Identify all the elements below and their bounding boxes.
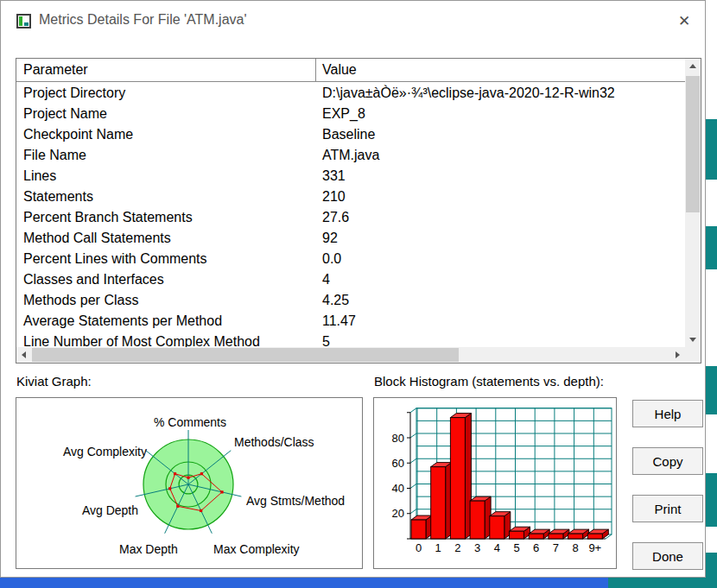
kiviat-graph-panel: % CommentsMethods/ClassAvg Stmts/MethodM… (16, 397, 363, 569)
table-row[interactable]: Percent Lines with Comments0.0 (16, 249, 685, 269)
kiviat-axis-label: Max Complexity (213, 542, 300, 556)
cell-parameter: Method Call Statements (16, 228, 316, 249)
cell-parameter: Methods per Class (16, 290, 316, 311)
x-tick-label: 1 (435, 541, 441, 554)
histogram-y-labels: 20406080 (392, 432, 404, 521)
table-row[interactable]: Project NameEXP_8 (16, 104, 685, 124)
table-row[interactable]: File NameATM.java (16, 145, 685, 166)
cell-value: ATM.java (316, 145, 685, 166)
screen: Metrics Details For File 'ATM.java' ✕ Pa… (0, 0, 717, 588)
table-body: Project DirectoryD:\java±àÒë»·¾³\eclipse… (16, 83, 685, 347)
y-tick-label: 60 (392, 457, 404, 470)
close-button[interactable]: ✕ (670, 8, 698, 35)
cell-value: 0.0 (316, 249, 685, 269)
vertical-scroll-thumb[interactable] (686, 76, 700, 212)
bar-depth-5 (510, 527, 530, 539)
cell-value: 4 (316, 269, 685, 290)
kiviat-axis-label: Methods/Class (234, 435, 314, 449)
vertical-scrollbar[interactable] (685, 59, 701, 347)
column-header-value[interactable]: Value (316, 59, 685, 81)
table-row[interactable]: Statements210 (16, 187, 685, 207)
table-row[interactable]: Project DirectoryD:\java±àÒë»·¾³\eclipse… (16, 83, 685, 104)
scroll-up-button[interactable] (685, 59, 701, 73)
desktop-background (705, 366, 717, 414)
desktop-background (608, 578, 717, 588)
horizontal-scrollbar[interactable] (16, 347, 685, 363)
bar-depth-4 (490, 512, 511, 539)
desktop-background (705, 119, 717, 180)
table-row[interactable]: Methods per Class4.25 (16, 290, 685, 311)
column-header-parameter[interactable]: Parameter (16, 59, 316, 81)
x-tick-label: 2 (454, 541, 460, 554)
histogram-panel: 204060800123456789+ (373, 397, 617, 569)
app-icon-bar (19, 16, 22, 26)
print-button[interactable]: Print (632, 495, 703, 522)
y-tick-label: 80 (392, 432, 404, 445)
x-tick-label: 0 (416, 541, 422, 554)
cell-value: 331 (316, 166, 685, 187)
horizontal-scroll-thumb[interactable] (32, 348, 459, 362)
histogram-x-labels: 0123456789+ (416, 541, 601, 554)
scroll-left-icon (22, 351, 26, 358)
histogram-label: Block Histogram (statements vs. depth): (374, 374, 604, 389)
done-button[interactable]: Done (632, 542, 703, 570)
cell-value: Baseline (316, 124, 685, 145)
table-row[interactable]: Average Statements per Method11.47 (16, 311, 685, 332)
desktop-background (705, 226, 717, 269)
help-button[interactable]: Help (632, 400, 703, 427)
block-histogram: 204060800123456789+ (374, 398, 616, 568)
scroll-down-button[interactable] (685, 332, 701, 347)
cell-value: 92 (316, 228, 685, 249)
histogram-bars (411, 414, 608, 539)
cell-parameter: Classes and Interfaces (16, 269, 316, 290)
x-tick-label: 8 (572, 541, 578, 554)
x-tick-label: 5 (513, 541, 519, 554)
bar-depth-1 (431, 463, 452, 539)
cell-value: 210 (316, 187, 685, 207)
copy-button[interactable]: Copy (632, 447, 703, 475)
bar-depth-2 (450, 414, 471, 539)
cell-value: EXP_8 (316, 104, 685, 124)
table-row[interactable]: Lines331 (16, 166, 685, 187)
metrics-details-dialog: Metrics Details For File 'ATM.java' ✕ Pa… (0, 0, 706, 578)
cell-parameter: Line Number of Most Complex Method (16, 332, 316, 347)
table-header: Parameter Value (16, 59, 685, 82)
x-tick-label: 6 (533, 541, 539, 554)
scroll-right-icon (676, 351, 680, 358)
scroll-down-icon (689, 338, 696, 342)
x-tick-label: 3 (474, 541, 480, 554)
x-tick-label: 4 (494, 541, 500, 554)
dialog-title: Metrics Details For File 'ATM.java' (39, 12, 247, 28)
table-row[interactable]: Percent Branch Statements27.6 (16, 207, 685, 228)
cell-value: D:\java±àÒë»·¾³\eclipse-java-2020-12-R-w… (316, 83, 685, 104)
table-row[interactable]: Classes and Interfaces4 (16, 269, 685, 290)
kiviat-axis-label: Avg Depth (82, 503, 138, 517)
title-bar[interactable]: Metrics Details For File 'ATM.java' ✕ (1, 1, 705, 42)
x-tick-label: 7 (553, 541, 559, 554)
kiviat-axis-label: Max Depth (119, 542, 178, 556)
table-row[interactable]: Checkpoint NameBaseline (16, 124, 685, 145)
app-icon (16, 14, 31, 28)
y-tick-label: 40 (392, 482, 404, 495)
cell-value: 27.6 (316, 207, 685, 228)
background-window-strip (0, 578, 608, 588)
cell-parameter: Project Directory (16, 83, 316, 104)
kiviat-axis-label: Avg Complexity (63, 445, 147, 458)
cell-parameter: Average Statements per Method (16, 311, 316, 332)
cell-parameter: File Name (16, 145, 316, 166)
close-icon: ✕ (678, 13, 690, 29)
y-tick-label: 20 (392, 507, 404, 520)
scroll-right-button[interactable] (670, 347, 685, 363)
kiviat-graph: % CommentsMethods/ClassAvg Stmts/MethodM… (16, 398, 362, 568)
scrollbar-corner (685, 347, 701, 363)
scroll-up-icon (689, 64, 696, 68)
cell-parameter: Statements (16, 187, 316, 207)
table-row[interactable]: Method Call Statements92 (16, 228, 685, 249)
bar-depth-7 (549, 529, 569, 539)
cell-value: 11.47 (316, 311, 685, 332)
bar-depth-6 (529, 529, 549, 539)
metrics-table: Parameter Value Project DirectoryD:\java… (16, 58, 701, 364)
table-row[interactable]: Line Number of Most Complex Method5 (16, 332, 685, 347)
scroll-left-button[interactable] (16, 347, 31, 363)
cell-value: 4.25 (316, 290, 685, 311)
